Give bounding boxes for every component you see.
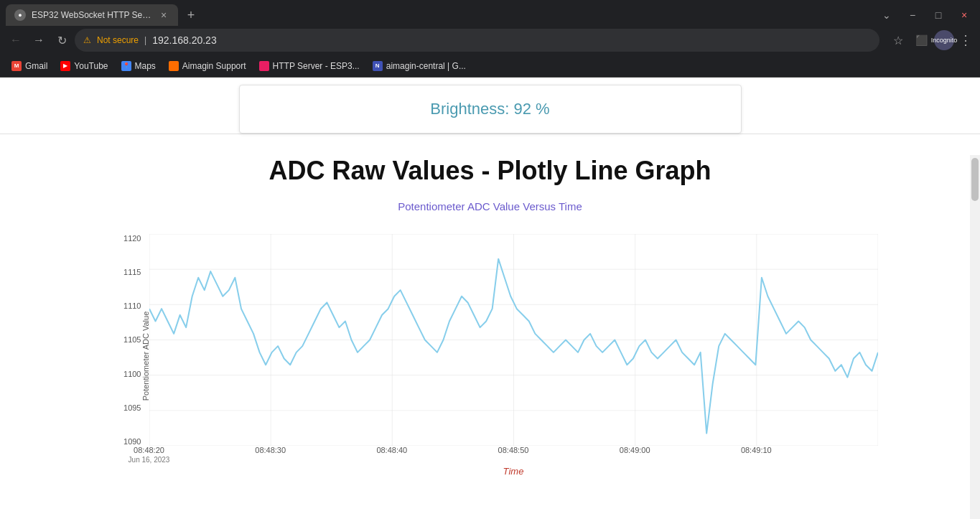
x-tick-1: 08:48:30: [255, 446, 286, 454]
page-content: Brightness: 92 % ADC Raw Values - Plotly…: [0, 78, 980, 519]
bookmark-youtube[interactable]: ▶ YouTube: [55, 58, 113, 74]
brightness-card: Brightness: 92 %: [239, 85, 742, 134]
chart-wrapper: Potentiometer ADC Value 1120 1115 1110 1…: [95, 227, 885, 485]
y-tick-1105: 1105: [123, 335, 141, 344]
bookmark-aimagin-central[interactable]: N aimagin-central | G...: [367, 58, 472, 74]
bookmarks-bar: M Gmail ▶ YouTube 📍 Maps Aimagin Support…: [0, 55, 980, 78]
bookmark-youtube-label: YouTube: [74, 61, 108, 71]
url-text: 192.168.20.23: [152, 34, 217, 46]
bookmark-star-button[interactable]: ☆: [888, 30, 908, 50]
maps-favicon: 📍: [121, 61, 131, 71]
browser-chrome: ● ESP32 WebSocket HTTP Server D × + ⌄ − …: [0, 0, 980, 78]
chart-section: ADC Raw Values - Plotly Line Graph Poten…: [0, 134, 980, 500]
brightness-label: Brightness: 92 %: [430, 100, 549, 118]
bookmark-gmail[interactable]: M Gmail: [6, 58, 53, 74]
scrollbar-thumb[interactable]: [971, 158, 979, 201]
chart-subtitle: Potentiometer ADC Value Versus Time: [14, 200, 966, 212]
y-tick-1095: 1095: [123, 403, 141, 412]
bookmark-maps-label: Maps: [135, 61, 156, 71]
address-bar-actions: ☆ ⬛ Incognito ⋮: [888, 30, 974, 50]
bookmark-maps[interactable]: 📍 Maps: [116, 58, 162, 74]
back-button[interactable]: ←: [6, 30, 26, 50]
y-tick-1090: 1090: [123, 437, 141, 446]
tab-bar: ● ESP32 WebSocket HTTP Server D × + ⌄ − …: [0, 0, 980, 26]
youtube-favicon: ▶: [60, 61, 70, 71]
security-icon: ⚠: [83, 35, 91, 45]
x-tick-3: 08:48:50: [498, 446, 529, 454]
chart-main-title: ADC Raw Values - Plotly Line Graph: [14, 134, 966, 200]
aimagin-favicon: [169, 61, 179, 71]
x-axis-ticks: 08:48:20 Jun 16, 2023 08:48:30 08:48:40 …: [149, 446, 878, 478]
window-controls: ⌄ − □ ×: [877, 5, 974, 25]
y-axis-labels: 1120 1115 1110 1105 1100 1095 1090: [117, 234, 146, 446]
x-axis-title: Time: [503, 466, 524, 477]
security-label: Not secure: [97, 35, 139, 45]
x-tick-5: 08:49:10: [741, 446, 772, 454]
y-tick-1110: 1110: [123, 301, 141, 310]
tab-favicon: ●: [14, 9, 26, 21]
x-tick-2: 08:48:40: [376, 446, 407, 454]
gmail-favicon: M: [11, 61, 22, 71]
http-server-favicon: [259, 61, 269, 71]
refresh-button[interactable]: ↻: [52, 30, 72, 50]
scrollbar[interactable]: [970, 155, 980, 519]
address-bar[interactable]: ⚠ Not secure | 192.168.20.23: [75, 29, 879, 52]
close-window-button[interactable]: ×: [954, 5, 974, 25]
bookmark-aimagin[interactable]: Aimagin Support: [163, 58, 252, 74]
split-screen-button[interactable]: ⬛: [911, 30, 931, 50]
y-tick-1100: 1100: [123, 370, 141, 378]
profile-button[interactable]: Incognito: [934, 30, 954, 50]
address-bar-row: ← → ↻ ⚠ Not secure | 192.168.20.23 ☆ ⬛ I…: [0, 26, 980, 55]
minimize-button[interactable]: −: [902, 5, 923, 25]
bookmark-gmail-label: Gmail: [25, 61, 47, 71]
browser-menu-button[interactable]: ⋮: [957, 32, 974, 49]
chart-svg: [149, 234, 878, 446]
x-tick-0: 08:48:20: [134, 446, 164, 454]
bookmark-http-server-label: HTTP Server - ESP3...: [273, 61, 360, 71]
active-tab[interactable]: ● ESP32 WebSocket HTTP Server D ×: [6, 4, 178, 26]
collapse-button[interactable]: ⌄: [877, 5, 897, 25]
y-tick-1115: 1115: [123, 268, 141, 276]
forward-button[interactable]: →: [29, 30, 49, 50]
bookmark-http-server[interactable]: HTTP Server - ESP3...: [253, 58, 365, 74]
x-tick-4: 08:49:00: [620, 446, 650, 454]
bookmark-aimagin-label: Aimagin Support: [182, 61, 246, 71]
tab-title: ESP32 WebSocket HTTP Server D: [32, 10, 152, 20]
y-tick-1120: 1120: [123, 234, 141, 243]
new-tab-button[interactable]: +: [181, 5, 201, 25]
url-separator: |: [144, 35, 146, 45]
x-tick-0-sub: Jun 16, 2023: [129, 456, 170, 464]
bookmark-aimagin-central-label: aimagin-central | G...: [386, 61, 466, 71]
maximize-button[interactable]: □: [928, 5, 948, 25]
tab-close-button[interactable]: ×: [158, 9, 169, 21]
profile-label: Incognito: [931, 37, 958, 44]
aimagin-central-favicon: N: [373, 61, 383, 71]
